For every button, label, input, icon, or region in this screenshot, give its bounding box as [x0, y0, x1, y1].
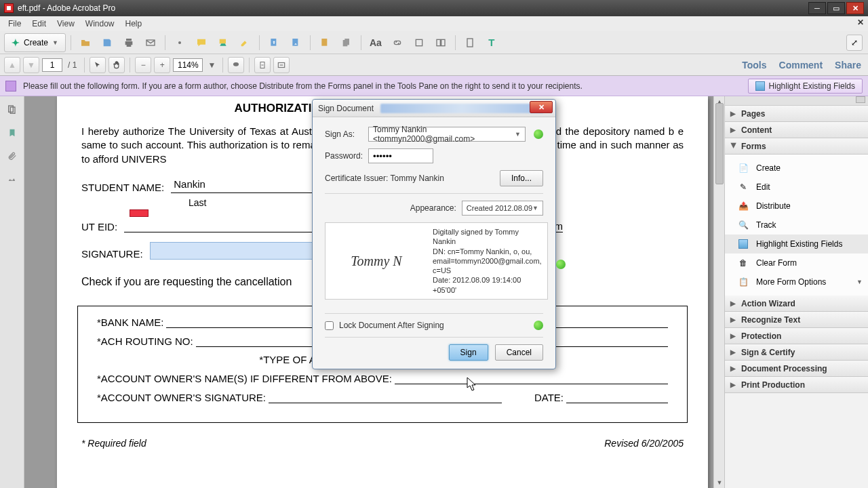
sign-button[interactable]: Sign [449, 344, 488, 361]
password-label: Password: [325, 151, 363, 161]
gear-icon[interactable] [170, 34, 189, 52]
maximize-button[interactable]: ▭ [827, 2, 845, 14]
signature-preview: Tommy N Digitally signed by Tommy Nankin… [325, 222, 548, 300]
fit-page-icon[interactable] [254, 57, 271, 73]
email-icon[interactable] [141, 34, 160, 52]
convert-icon[interactable] [286, 34, 305, 52]
form-notification-text: Please fill out the following form. If y… [23, 81, 583, 91]
stamp-icon[interactable] [214, 34, 233, 52]
section-document-processing[interactable]: ▶Document Processing [725, 361, 868, 377]
create-button[interactable]: ✦ Create ▼ [4, 33, 66, 52]
ownersig-field[interactable] [269, 391, 502, 403]
tab-tools[interactable]: Tools [742, 60, 766, 70]
forms-create[interactable]: 📄Create [725, 159, 868, 178]
forms-track[interactable]: 🔍Track [725, 216, 868, 235]
vertical-scrollbar[interactable]: ▲ ▼ [713, 96, 724, 488]
sign-icon[interactable] [315, 34, 334, 52]
page-up-button[interactable]: ▲ [4, 57, 20, 73]
form-notification-bar: Please fill out the following form. If y… [0, 76, 868, 96]
forms-distribute[interactable]: 📤Distribute [725, 197, 868, 216]
select-tool-icon[interactable] [90, 57, 106, 73]
zoom-out-button[interactable]: − [135, 57, 151, 73]
page-down-button[interactable]: ▼ [23, 57, 39, 73]
section-sign-certify[interactable]: ▶Sign & Certify [725, 344, 868, 361]
multidoc-icon[interactable] [337, 34, 356, 52]
tab-comment[interactable]: Comment [779, 60, 823, 70]
attachment-icon[interactable] [5, 149, 19, 163]
section-content[interactable]: ▶Content [725, 122, 868, 138]
scroll-down-icon[interactable]: ▼ [714, 477, 724, 488]
page-icon[interactable] [460, 34, 479, 52]
fit-width-icon[interactable] [273, 57, 290, 73]
close-button[interactable]: ✕ [846, 2, 864, 14]
chevron-down-icon: ▼ [52, 39, 58, 46]
section-print-production[interactable]: ▶Print Production [725, 377, 868, 393]
menu-window[interactable]: Window [80, 18, 120, 30]
typewriter-icon[interactable]: T [482, 34, 501, 52]
menu-edit[interactable]: Edit [26, 18, 52, 30]
scroll-thumb[interactable] [715, 103, 724, 184]
lock-checkbox[interactable] [325, 321, 334, 330]
crop-icon[interactable] [410, 34, 429, 52]
page-number-input[interactable] [42, 58, 62, 72]
panel-menu-icon[interactable] [856, 96, 865, 103]
form-more-icon: 📋 [737, 276, 749, 288]
svg-rect-3 [292, 39, 298, 46]
dialog-titlebar[interactable]: Sign Document ✕ [313, 100, 555, 117]
open-icon[interactable] [76, 34, 95, 52]
forms-clear[interactable]: 🗑Clear Form [725, 253, 868, 272]
thumbnails-icon[interactable] [5, 103, 19, 117]
date-field[interactable] [566, 391, 668, 403]
comment-icon[interactable] [192, 34, 211, 52]
print-icon[interactable] [119, 34, 138, 52]
section-pages[interactable]: ▶Pages [725, 106, 868, 122]
signature-label: SIGNATURE: [81, 248, 143, 260]
section-forms[interactable]: ▶Forms [725, 138, 868, 155]
tab-share[interactable]: Share [835, 60, 861, 70]
svg-rect-10 [467, 39, 473, 47]
split-icon[interactable] [431, 34, 450, 52]
marquee-zoom-icon[interactable] [228, 57, 244, 73]
section-recognize-text[interactable]: ▶Recognize Text [725, 312, 868, 328]
chevron-down-icon: ▼ [856, 279, 863, 285]
forms-edit[interactable]: ✎Edit [725, 178, 868, 197]
document-close-icon[interactable]: ✕ [857, 18, 864, 27]
plus-icon: ✦ [12, 37, 20, 48]
forms-more[interactable]: 📋More Form Options▼ [725, 272, 868, 291]
status-ok-icon [534, 129, 543, 139]
minimize-button[interactable]: ─ [808, 2, 826, 14]
signature-field[interactable] [150, 242, 323, 260]
zoom-in-button[interactable]: + [154, 57, 170, 73]
menu-file[interactable]: File [3, 18, 26, 30]
zoom-dropdown-icon[interactable]: ▼ [205, 57, 218, 73]
export-icon[interactable] [264, 34, 283, 52]
save-icon[interactable] [98, 34, 117, 52]
dialog-close-button[interactable]: ✕ [530, 101, 553, 113]
student-last-field[interactable]: Nankin [171, 178, 313, 193]
window-titlebar: eft.pdf - Adobe Acrobat Pro ─ ▭ ✕ [0, 0, 868, 16]
uteid-field[interactable] [124, 218, 325, 232]
highlight-icon[interactable] [235, 34, 254, 52]
text-edit-icon[interactable]: Aа [366, 34, 385, 52]
cancel-button[interactable]: Cancel [495, 344, 543, 361]
expand-toolbar-icon[interactable]: ⤢ [846, 35, 863, 51]
svg-rect-6 [344, 39, 349, 45]
hand-tool-icon[interactable] [108, 57, 125, 73]
appearance-dropdown[interactable]: Created 2012.08.09 ▼ [462, 201, 543, 216]
signatures-icon[interactable] [5, 172, 19, 186]
menu-view[interactable]: View [52, 18, 80, 30]
password-input[interactable] [368, 148, 433, 163]
info-button[interactable]: Info... [500, 170, 543, 186]
menu-help[interactable]: Help [120, 18, 148, 30]
forms-highlight[interactable]: Highlight Existing Fields [725, 235, 868, 253]
svg-rect-4 [321, 39, 327, 46]
signas-dropdown[interactable]: Tommy Nankin <tommyn2000@gmail.com> ▼ [368, 127, 526, 142]
chevron-down-icon: ▼ [515, 131, 521, 138]
zoom-input[interactable] [173, 58, 203, 72]
section-action-wizard[interactable]: ▶Action Wizard [725, 296, 868, 312]
section-protection[interactable]: ▶Protection [725, 328, 868, 344]
highlight-fields-button[interactable]: Highlight Existing Fields [748, 79, 863, 94]
link-icon[interactable] [388, 34, 407, 52]
bookmark-icon[interactable] [5, 126, 19, 140]
owner-field[interactable] [395, 372, 668, 384]
